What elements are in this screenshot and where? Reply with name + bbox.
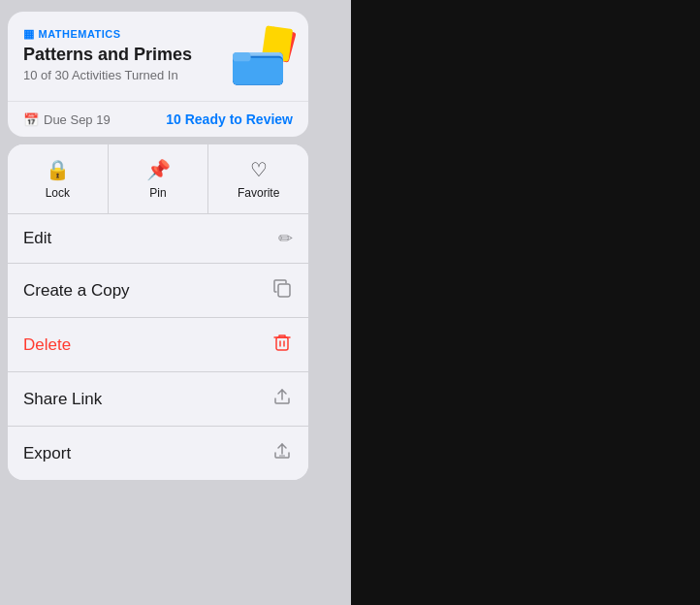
svg-rect-5: [278, 284, 290, 297]
card-footer: 📅 Due Sep 19 10 Ready to Review: [23, 102, 293, 137]
trash-icon: [271, 332, 293, 358]
assignment-subtitle: 10 of 30 Activities Turned In: [23, 68, 192, 82]
pin-icon: 📌: [146, 158, 171, 181]
folder-icon-container: [231, 27, 293, 89]
svg-rect-4: [233, 52, 251, 61]
edit-icon: ✏: [278, 228, 293, 249]
export-icon: [271, 440, 293, 466]
assignment-title: Patterns and Primes: [23, 45, 192, 65]
edit-menu-item[interactable]: Edit ✏: [8, 214, 308, 264]
subject-label: ▦ MATHEMATICS: [23, 27, 192, 41]
grid-icon: ▦: [23, 27, 35, 41]
subject-text: MATHEMATICS: [39, 28, 121, 40]
svg-rect-7: [279, 455, 285, 457]
due-date: 📅 Due Sep 19: [23, 112, 111, 127]
heart-icon: ♡: [250, 158, 268, 181]
svg-rect-3: [233, 58, 283, 85]
delete-menu-item[interactable]: Delete: [8, 318, 308, 372]
share-link-icon: [271, 386, 293, 412]
share-link-label: Share Link: [23, 390, 102, 409]
left-content: ▦ MATHEMATICS Patterns and Primes 10 of …: [8, 12, 308, 480]
favorite-label: Favorite: [238, 186, 279, 200]
create-copy-label: Create a Copy: [23, 281, 130, 301]
card-header: ▦ MATHEMATICS Patterns and Primes 10 of …: [23, 27, 293, 89]
ready-to-review[interactable]: 10 Ready to Review: [166, 111, 293, 127]
lock-button[interactable]: 🔒 Lock: [8, 144, 109, 213]
delete-label: Delete: [23, 335, 71, 355]
svg-rect-6: [276, 337, 288, 350]
lock-label: Lock: [46, 186, 70, 200]
export-menu-item[interactable]: Export: [8, 427, 308, 480]
share-link-menu-item[interactable]: Share Link: [8, 372, 308, 427]
due-date-text: Due Sep 19: [44, 112, 111, 127]
card-left: ▦ MATHEMATICS Patterns and Primes 10 of …: [23, 27, 192, 82]
right-panel: [351, 0, 700, 605]
folder-svg: [233, 45, 283, 87]
context-menu: 🔒 Lock 📌 Pin ♡ Favorite Edit ✏ Create a …: [8, 144, 308, 480]
favorite-button[interactable]: ♡ Favorite: [208, 144, 308, 213]
edit-label: Edit: [23, 229, 51, 248]
lock-icon: 🔒: [46, 158, 70, 181]
create-copy-menu-item[interactable]: Create a Copy: [8, 264, 308, 318]
calendar-icon: 📅: [23, 112, 39, 127]
assignment-card: ▦ MATHEMATICS Patterns and Primes 10 of …: [8, 12, 308, 137]
action-buttons-row: 🔒 Lock 📌 Pin ♡ Favorite: [8, 144, 308, 214]
copy-icon: [271, 277, 293, 303]
pin-label: Pin: [149, 186, 166, 200]
export-label: Export: [23, 444, 71, 463]
pin-button[interactable]: 📌 Pin: [109, 144, 209, 213]
